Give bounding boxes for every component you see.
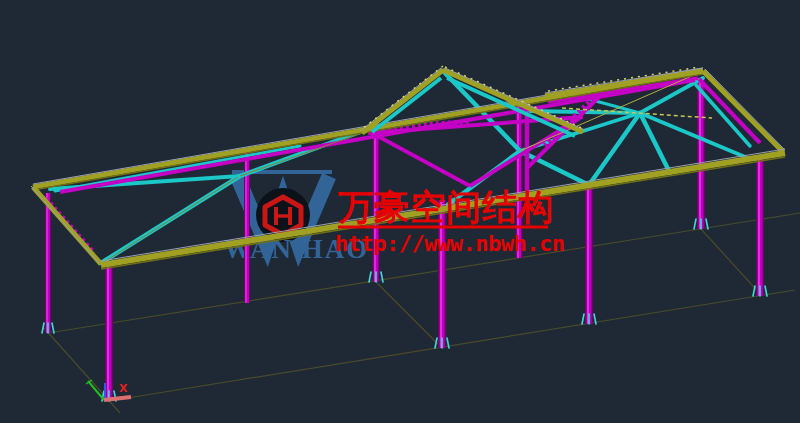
website-url: http://www.nbwh.cn: [335, 231, 564, 256]
column: [759, 158, 760, 296]
company-name-cn: 万豪空间结构: [337, 187, 554, 227]
cad-viewport[interactable]: WAN HAO: [0, 0, 800, 423]
watermark-texts: 万豪空间结构 http://www.nbwh.cn: [335, 187, 564, 256]
column: [588, 186, 589, 324]
column: [47, 193, 48, 333]
column: [108, 266, 109, 401]
column: [700, 78, 701, 229]
ucs-x-label: X: [119, 382, 128, 395]
